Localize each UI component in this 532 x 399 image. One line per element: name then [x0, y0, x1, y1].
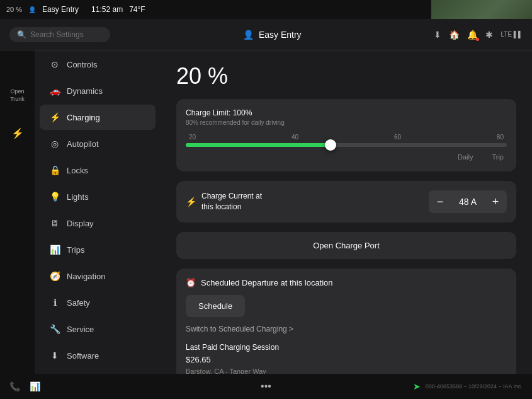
clock-icon: ⏰ [186, 278, 196, 287]
search-icon: 🔍 [17, 30, 26, 39]
status-temp: 74°F [129, 5, 145, 14]
header-profile-icon: 👤 [243, 30, 254, 40]
open-trunk-button[interactable]: Open Trunk [10, 88, 25, 102]
session-location: Barstow, CA - Tanger Way Sat, Jun 29 2:1… [186, 366, 507, 374]
phone-icon[interactable]: 📞 [9, 381, 20, 391]
dynamics-icon: 🚗 [49, 86, 60, 96]
search-box[interactable]: 🔍 [9, 27, 110, 42]
tab-trip[interactable]: Trip [489, 152, 507, 162]
status-time: 11:52 am [91, 5, 123, 14]
service-icon: 🔧 [49, 324, 60, 334]
sidebar-item-controls[interactable]: ⊙ Controls [40, 52, 156, 77]
sidebar-item-autopilot[interactable]: ◎ Autopilot [40, 131, 156, 156]
bluetooth-icon[interactable]: ✱ [485, 30, 493, 40]
controls-icon: ⊙ [49, 59, 60, 69]
open-charge-port-button[interactable]: Open Charge Port [176, 232, 516, 259]
charge-current-info: ⚡ Charge Current atthis location [186, 191, 262, 212]
bottom-dots[interactable]: ••• [261, 381, 271, 392]
scheduled-departure-section: ⏰ Scheduled Departure at this location S… [176, 269, 516, 374]
battery-percent: 20 % [176, 63, 516, 90]
search-input[interactable] [30, 30, 103, 39]
trips-icon: 📊 [49, 245, 60, 255]
sidebar-item-safety[interactable]: ℹ Safety [40, 290, 156, 315]
charge-limit-section: Charge Limit: 100% 80% recommended for d… [176, 99, 516, 171]
download-icon[interactable]: ⬇ [434, 30, 441, 40]
sidebar-item-service[interactable]: 🔧 Service [40, 316, 156, 342]
signal-icon: LTE ▌▌ [501, 31, 523, 38]
schedule-button[interactable]: Schedule [186, 295, 245, 317]
bell-icon[interactable]: 🔔 [467, 30, 478, 40]
bottom-left-icons: 📞 📊 [9, 381, 40, 391]
trunk-label: Trunk [10, 96, 25, 102]
nav-arrow-icon[interactable]: ➤ [413, 381, 421, 391]
scheduled-label: Scheduled Departure at this location [201, 278, 333, 287]
charge-slider[interactable] [186, 143, 507, 147]
status-bar: 20 % 👤 Easy Entry 11:52 am 74°F [0, 0, 532, 19]
main-content: 20 % Charge Limit: 100% 80% recommended … [161, 50, 532, 374]
header-label: Easy Entry [259, 30, 302, 40]
status-mode-label: Easy Entry [42, 5, 79, 14]
charge-limit-label: Charge Limit: 100% [186, 108, 507, 117]
left-edge: Open Trunk ⚡ [0, 50, 35, 391]
sidebar-item-trips[interactable]: 📊 Trips [40, 237, 156, 262]
increment-button[interactable]: + [484, 190, 507, 213]
sidebar-item-software[interactable]: ⬇ Software [40, 343, 156, 368]
session-amount: $26.65 [186, 355, 507, 364]
current-value: 48 A [451, 197, 484, 207]
sidebar-item-dynamics[interactable]: 🚗 Dynamics [40, 78, 156, 103]
slider-fill [186, 143, 331, 147]
header-bar: 🔍 👤 Easy Entry ⬇ 🏠 🔔 ✱ LTE ▌▌ [0, 19, 532, 50]
sidebar-item-display[interactable]: 🖥 Display [40, 211, 156, 236]
tab-daily[interactable]: Daily [455, 152, 476, 162]
open-label: Open [10, 88, 24, 95]
header-icons: ⬇ 🏠 🔔 ✱ LTE ▌▌ [434, 30, 523, 40]
charge-current-label: Charge Current atthis location [201, 191, 262, 212]
bottom-right: ➤ 000-40653588 – 10/29/2024 – IAA Inc. [413, 381, 523, 391]
lights-icon: 💡 [49, 192, 60, 202]
scheduled-header: ⏰ Scheduled Departure at this location [186, 278, 507, 287]
music-icon[interactable]: 📊 [30, 381, 40, 391]
status-profile-icon: 👤 [28, 6, 36, 13]
map-preview [431, 0, 532, 19]
bottom-bar: 📞 📊 ••• ➤ 000-40653588 – 10/29/2024 – IA… [0, 374, 532, 399]
slider-thumb[interactable] [325, 139, 336, 151]
lock-icon: 🔒 [49, 165, 60, 175]
navigation-icon: 🧭 [49, 271, 60, 281]
sidebar: ⊙ Controls 🚗 Dynamics ⚡ Charging ◎ Autop… [35, 50, 161, 391]
display-icon: 🖥 [49, 218, 60, 228]
battery-indicator: 20 % [6, 6, 22, 13]
sidebar-item-charging[interactable]: ⚡ Charging [40, 105, 156, 130]
slider-labels: 20 40 60 80 [186, 134, 507, 141]
charging-icon: ⚡ [49, 112, 60, 122]
safety-icon: ℹ [49, 298, 60, 308]
switch-to-charging-link[interactable]: Switch to Scheduled Charging > [186, 325, 507, 333]
lightning-icon: ⚡ [11, 127, 24, 139]
watermark-text: 000-40653588 – 10/29/2024 – IAA Inc. [426, 383, 523, 390]
autopilot-icon: ◎ [49, 139, 60, 149]
current-control: − 48 A + [429, 190, 507, 213]
decrement-button[interactable]: − [429, 190, 451, 213]
charge-current-icon: ⚡ [186, 197, 196, 207]
software-icon: ⬇ [49, 350, 60, 361]
sidebar-item-lights[interactable]: 💡 Lights [40, 184, 156, 209]
tab-row: Daily Trip [186, 152, 507, 162]
home-icon[interactable]: 🏠 [449, 30, 460, 40]
last-session-title: Last Paid Charging Session [186, 343, 507, 352]
sidebar-item-navigation[interactable]: 🧭 Navigation [40, 263, 156, 289]
notification-dot [476, 38, 479, 41]
sidebar-item-locks[interactable]: 🔒 Locks [40, 158, 156, 183]
bottom-center-icons: ••• [261, 381, 271, 392]
charge-current-row: ⚡ Charge Current atthis location − 48 A … [176, 181, 516, 223]
charge-limit-sublabel: 80% recommended for daily driving [186, 119, 507, 126]
header-center: 👤 Easy Entry [120, 30, 424, 40]
